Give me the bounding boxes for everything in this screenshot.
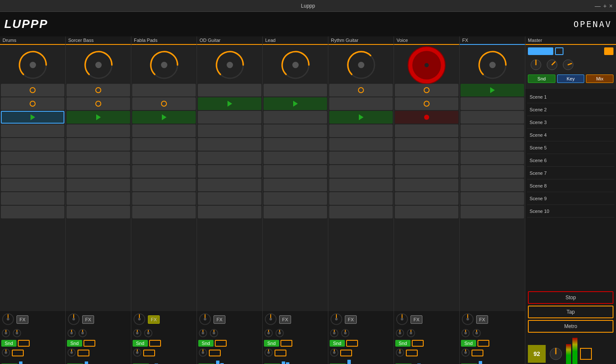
send-knob1-3[interactable]: [198, 328, 208, 339]
clip-btn-1-3[interactable]: [67, 124, 130, 137]
scene-row-8[interactable]: Scene 8: [527, 179, 614, 192]
clip-btn-4-7[interactable]: [264, 179, 327, 191]
clip-btn-1-0[interactable]: [67, 84, 130, 97]
stop-button[interactable]: Stop: [528, 291, 613, 304]
maximize-icon[interactable]: +: [603, 3, 607, 9]
clip-btn-4-4[interactable]: [264, 138, 327, 151]
scene-row-9[interactable]: Scene 9: [527, 192, 614, 205]
clip-btn-1-2[interactable]: [67, 111, 130, 124]
fx-knob-7[interactable]: [461, 312, 474, 327]
snd-tab[interactable]: Snd: [528, 74, 555, 83]
clip-btn-2-9[interactable]: [132, 206, 196, 218]
clip-btn-7-1[interactable]: [461, 97, 524, 110]
send-knob1-1[interactable]: [67, 328, 76, 339]
clip-btn-3-7[interactable]: [198, 179, 261, 191]
small-knob[interactable]: [330, 312, 343, 326]
send-knob1-6[interactable]: [395, 328, 405, 339]
clip-btn-1-4[interactable]: [67, 138, 130, 151]
clip-btn-5-0[interactable]: [329, 84, 393, 97]
fx-button-7[interactable]: FX: [476, 315, 488, 324]
send-knob1-0[interactable]: [1, 328, 11, 339]
small-knob[interactable]: [330, 348, 339, 357]
tap-button[interactable]: Tap: [528, 306, 613, 318]
scene-row-4[interactable]: Scene 4: [527, 129, 614, 141]
clip-btn-7-4[interactable]: [461, 138, 524, 151]
clip-btn-1-6[interactable]: [67, 165, 130, 178]
small-knob[interactable]: [78, 328, 87, 338]
snd-btn-7[interactable]: Snd: [461, 340, 476, 347]
snd-btn-1[interactable]: Snd: [67, 340, 82, 347]
snd-btn-3[interactable]: Snd: [198, 340, 214, 347]
clip-btn-2-8[interactable]: [132, 192, 196, 205]
clip-btn-5-3[interactable]: [329, 124, 393, 137]
clip-btn-7-2[interactable]: [461, 111, 524, 124]
clip-btn-0-9[interactable]: [1, 206, 64, 218]
clip-btn-4-8[interactable]: [264, 192, 327, 205]
small-knob[interactable]: [133, 312, 146, 326]
fx-button-1[interactable]: FX: [82, 315, 94, 324]
master-knob2[interactable]: [546, 58, 558, 71]
window-controls[interactable]: — + ×: [595, 3, 613, 9]
clip-btn-6-4[interactable]: [395, 138, 458, 151]
clip-btn-6-6[interactable]: [395, 165, 458, 178]
clip-btn-4-6[interactable]: [264, 165, 327, 178]
scene-row-10[interactable]: Scene 10: [527, 205, 614, 218]
fx-knob-3[interactable]: [198, 312, 212, 327]
key-tab[interactable]: Key: [557, 74, 585, 83]
snd-btn-4[interactable]: Snd: [264, 340, 279, 347]
small-knob[interactable]: [1, 348, 11, 357]
small-knob[interactable]: [264, 312, 277, 326]
send-knob2-2[interactable]: [144, 328, 153, 339]
clip-btn-1-7[interactable]: [67, 179, 130, 191]
send-knob2-7[interactable]: [472, 328, 481, 339]
small-knob[interactable]: [67, 328, 76, 338]
channel-knob[interactable]: [345, 49, 377, 81]
large-red-knob[interactable]: [408, 46, 446, 84]
small-knob[interactable]: [67, 348, 76, 357]
small-knob[interactable]: [395, 348, 405, 357]
clip-btn-0-5[interactable]: [1, 152, 64, 164]
snd-btn-6[interactable]: Snd: [395, 340, 411, 347]
scene-row-5[interactable]: Scene 5: [527, 141, 614, 154]
channel-knob[interactable]: [280, 49, 311, 81]
small-knob[interactable]: [275, 328, 284, 338]
vol-knob-7[interactable]: [461, 348, 470, 358]
clip-btn-0-0[interactable]: [1, 84, 64, 97]
clip-btn-3-5[interactable]: [198, 152, 261, 164]
vol-knob-4[interactable]: [264, 348, 273, 358]
scene-row-1[interactable]: Scene 1: [527, 91, 614, 103]
clip-btn-2-5[interactable]: [132, 152, 196, 164]
clip-btn-5-1[interactable]: [329, 97, 393, 110]
small-knob[interactable]: [144, 328, 153, 338]
small-knob[interactable]: [461, 348, 470, 357]
clip-btn-7-3[interactable]: [461, 124, 524, 137]
vol-knob-0[interactable]: [1, 348, 11, 358]
clip-btn-4-1[interactable]: [264, 97, 327, 110]
send-knob2-5[interactable]: [341, 328, 350, 339]
fx-knob-1[interactable]: [67, 312, 80, 327]
snd-btn-2[interactable]: Snd: [133, 340, 148, 347]
small-knob[interactable]: [133, 348, 142, 357]
clip-btn-3-3[interactable]: [198, 124, 261, 137]
channel-knob[interactable]: [17, 49, 49, 81]
small-knob[interactable]: [264, 328, 273, 338]
metro-button[interactable]: Metro: [528, 320, 613, 333]
clip-btn-0-2[interactable]: [1, 111, 64, 124]
small-knob[interactable]: [209, 328, 219, 338]
channel-knob[interactable]: [477, 49, 508, 81]
channel-knob[interactable]: [148, 49, 180, 81]
clip-btn-5-6[interactable]: [329, 165, 393, 178]
small-knob[interactable]: [395, 312, 409, 326]
clip-btn-3-2[interactable]: [198, 111, 261, 124]
clip-btn-2-4[interactable]: [132, 138, 196, 151]
clip-btn-3-8[interactable]: [198, 192, 261, 205]
send-knob1-5[interactable]: [330, 328, 339, 339]
fx-button-5[interactable]: FX: [345, 315, 357, 324]
clip-btn-0-1[interactable]: [1, 97, 64, 110]
small-knob[interactable]: [461, 312, 474, 326]
clip-btn-4-5[interactable]: [264, 152, 327, 164]
clip-btn-3-4[interactable]: [198, 138, 261, 151]
fx-knob-2[interactable]: [133, 312, 146, 327]
clip-btn-0-3[interactable]: [1, 124, 64, 137]
send-knob1-2[interactable]: [133, 328, 142, 339]
